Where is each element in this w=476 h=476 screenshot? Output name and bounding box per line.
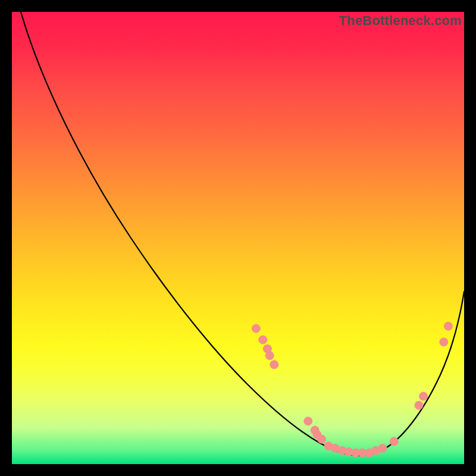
data-point: [304, 417, 312, 425]
data-point: [390, 437, 398, 446]
bottleneck-curve: [12, 12, 464, 464]
data-point: [252, 324, 260, 333]
plot-area: TheBottleneck.com: [12, 12, 464, 464]
data-point: [270, 361, 278, 369]
data-point: [415, 401, 423, 409]
data-point: [265, 352, 274, 360]
data-point: [318, 435, 326, 443]
data-point: [444, 322, 452, 330]
data-point: [259, 336, 267, 344]
chart-frame: TheBottleneck.com: [12, 12, 464, 464]
data-point: [419, 392, 428, 400]
marker-group: [252, 322, 452, 457]
data-point: [378, 444, 387, 452]
data-point: [440, 338, 448, 346]
bottleneck-curve-path: [21, 12, 464, 456]
